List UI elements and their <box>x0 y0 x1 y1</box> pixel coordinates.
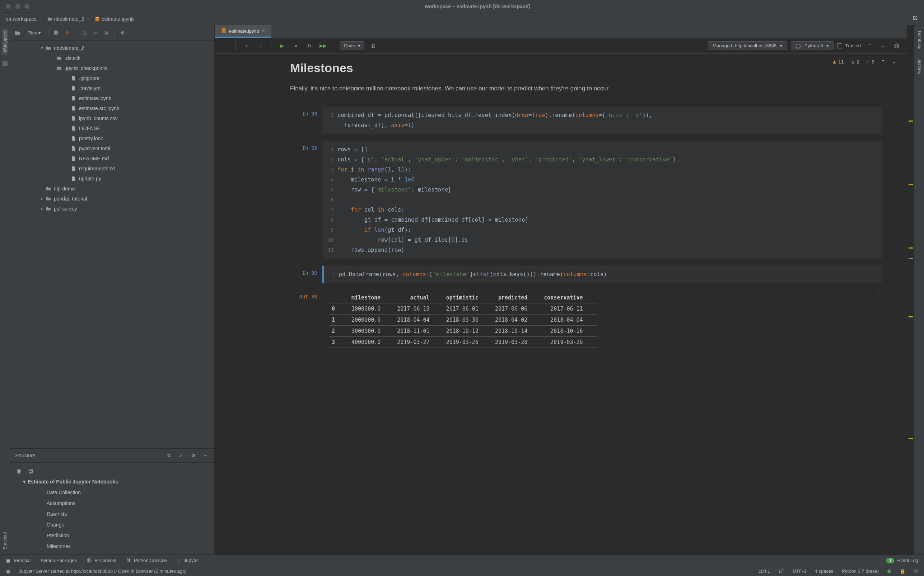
stop-icon[interactable]: ■ <box>291 41 301 51</box>
code-line[interactable]: 6 <box>327 195 877 205</box>
event-log-tool[interactable]: 1 Event Log <box>886 558 918 563</box>
trusted-checkbox[interactable]: Trusted <box>837 43 861 48</box>
directory-icon[interactable] <box>14 29 22 37</box>
database-tool-window-button[interactable]: Database <box>916 29 922 51</box>
minus-icon[interactable]: − <box>130 29 138 37</box>
code-line[interactable]: 11 rows.append(row) <box>327 245 877 255</box>
code-line[interactable]: 1rows = [] <box>327 144 877 155</box>
expand-all-icon[interactable]: ⤢ <box>91 29 99 37</box>
lock-icon[interactable]: 🔒 <box>900 568 905 574</box>
indent-info[interactable]: 4 spaces <box>815 568 833 574</box>
code-block[interactable]: 1rows = []2cols = {'y': 'actual', 'yhat_… <box>322 141 882 259</box>
code-line[interactable]: 10 row[col] = gt_df.iloc[0].ds <box>327 235 877 245</box>
code-block[interactable]: 1pd.DataFrame(rows, columns=['milestone'… <box>322 266 882 283</box>
code-line[interactable]: 1pd.DataFrame(rows, columns=['milestone'… <box>329 269 877 279</box>
code-line[interactable]: 5 row = {'milestone': milestone} <box>327 185 877 195</box>
chevron-down-icon[interactable]: ⌄ <box>892 59 896 64</box>
code-line[interactable]: 9 if len(gt_df): <box>327 225 877 235</box>
open-in-editor-icon[interactable] <box>912 15 918 23</box>
code-line[interactable]: 2cols = {'y': 'actual', 'yhat_upper': 'o… <box>327 155 877 165</box>
globe-icon[interactable] <box>892 41 902 51</box>
kernel-selector[interactable]: ◯ Python 3 ▾ <box>791 41 834 50</box>
tool-window-icon[interactable] <box>3 61 8 66</box>
file-tree[interactable]: ▾nbestimate_2.dstack.ipynb_checkpoints.g… <box>10 41 214 448</box>
code-block[interactable]: 1combined_df = pd.concat([cleaned_hits_d… <box>322 107 882 134</box>
output-menu-icon[interactable]: ⋮ <box>874 290 882 299</box>
caret-position[interactable]: 184:1 <box>759 568 770 574</box>
line-separator[interactable]: LF <box>779 568 784 574</box>
tree-item[interactable]: pyproject.toml <box>10 144 214 154</box>
python-packages-tool[interactable]: Python Packages <box>40 558 77 563</box>
code-line[interactable]: 1combined_df = pd.concat([cleaned_hits_d… <box>327 110 877 120</box>
tree-item[interactable]: ▸psf-survey <box>10 204 214 214</box>
structure-item[interactable]: Data Collection <box>10 487 214 498</box>
structure-root[interactable]: ▾Estimate of Public Jupyter Notebooks <box>10 476 214 487</box>
breadcrumb-folder[interactable]: nbestimate_2 <box>54 16 84 22</box>
tree-item[interactable]: .gitignore <box>10 73 214 83</box>
close-tab-icon[interactable]: × <box>262 28 265 34</box>
chevron-up-icon[interactable]: ⌃ <box>881 59 885 64</box>
structure-tree[interactable]: ▣ ▤ ▾Estimate of Public Jupyter Notebook… <box>10 462 214 555</box>
tree-item[interactable]: ipynb_counts.csv <box>10 114 214 123</box>
code-line[interactable]: 4 milestone = i * 1e6 <box>327 174 877 185</box>
trash-icon[interactable]: 🗑 <box>368 41 378 51</box>
run-all-icon[interactable]: ▶▶ <box>318 41 328 51</box>
error-stripe[interactable] <box>907 25 914 555</box>
tab-estimate[interactable]: estimate.ipynb × <box>215 25 271 38</box>
code-line[interactable]: 7 for col in cols: <box>327 205 877 215</box>
tree-item[interactable]: estimate.ipynb <box>10 93 214 103</box>
structure-tool-window-button[interactable]: Structure <box>2 530 8 552</box>
breadcrumb-project[interactable]: ds-workspace <box>6 16 37 22</box>
tree-item[interactable]: .travis.yml <box>10 83 214 93</box>
markdown-paragraph[interactable]: Finally, it's nice to celebrate million-… <box>290 85 882 92</box>
maximize-window-icon[interactable] <box>24 4 29 9</box>
expand-icon[interactable]: ⤢ <box>177 451 185 459</box>
add-cell-icon[interactable]: ＋ <box>220 41 230 51</box>
tree-item[interactable]: poetry.lock <box>10 133 214 144</box>
new-file-icon[interactable] <box>53 29 61 37</box>
structure-view-icon[interactable]: ▣ <box>15 467 23 475</box>
python-console-tool[interactable]: ⌘ Python Console <box>126 558 167 563</box>
code-line[interactable]: 3for i in range(1, 11): <box>327 165 877 174</box>
collapse-all-icon[interactable]: ⇲ <box>102 29 110 37</box>
tree-item[interactable]: update.py <box>10 174 214 184</box>
structure-item[interactable]: Milestones <box>10 541 214 552</box>
chevron-up-icon[interactable]: ⌃ <box>865 41 874 51</box>
tool-windows-icon[interactable]: ▣ <box>6 568 10 574</box>
tree-item[interactable]: nlp-demo <box>10 184 214 194</box>
code-cell-in28[interactable]: In 28 1combined_df = pd.concat([cleaned_… <box>290 107 882 134</box>
target-icon[interactable]: ◎ <box>80 29 88 37</box>
code-line[interactable]: forecast_df], axis=1) <box>327 120 877 130</box>
tree-item[interactable]: .ipynb_checkpoints <box>10 63 214 73</box>
code-cell-in29[interactable]: In 29 1rows = []2cols = {'y': 'actual', … <box>290 141 882 259</box>
tree-item[interactable]: ▸pandas-tutorial <box>10 194 214 204</box>
files-dropdown-button[interactable]: Files ▾ <box>24 29 44 37</box>
gear-icon[interactable]: ⚙ <box>119 29 127 37</box>
structure-item[interactable]: Raw Hits <box>10 509 214 519</box>
tree-item[interactable]: .dstack <box>10 53 214 63</box>
notebook-body[interactable]: ▲ 11 ▲ 2 ✓ 9 ⌃ ⌄ Milestones Finally, it'… <box>215 54 907 555</box>
minus-icon[interactable]: − <box>201 451 209 459</box>
server-selector[interactable]: Managed: http://localhost:8888 ▾ <box>708 41 787 50</box>
markdown-heading[interactable]: Milestones <box>290 61 882 75</box>
structure-item[interactable]: Prediction <box>10 530 214 541</box>
run-cell-icon[interactable]: ▶ <box>277 41 287 51</box>
code-cell-in30[interactable]: In 30 1pd.DataFrame(rows, columns=['mile… <box>290 266 882 283</box>
minimize-window-icon[interactable] <box>15 4 20 9</box>
sort-icon[interactable]: ⇅ <box>165 451 173 459</box>
tree-item[interactable]: estimate.src.ipynb <box>10 103 214 114</box>
sciview-tool-window-button[interactable]: SciView <box>916 57 922 77</box>
gear-icon[interactable]: ⚙ <box>189 451 197 459</box>
interpreter-info[interactable]: Python 3.7 (base) <box>842 568 879 574</box>
code-line[interactable]: 8 gt_df = combined_df[combined_df[col] >… <box>327 215 877 225</box>
file-encoding[interactable]: UTF-8 <box>792 568 806 574</box>
restart-icon[interactable]: ↻ <box>305 41 314 51</box>
tree-item[interactable]: requirements.txt <box>10 163 214 174</box>
close-window-icon[interactable] <box>6 4 11 9</box>
structure-item[interactable]: Assumptions <box>10 498 214 509</box>
terminal-tool[interactable]: ▣ Terminal <box>6 558 30 563</box>
workspace-tool-window-button[interactable]: Workspace <box>2 29 8 54</box>
structure-item[interactable]: Change <box>10 519 214 530</box>
settings-icon[interactable]: ⚙ <box>914 568 918 574</box>
tree-item[interactable]: LICENSE <box>10 123 214 133</box>
